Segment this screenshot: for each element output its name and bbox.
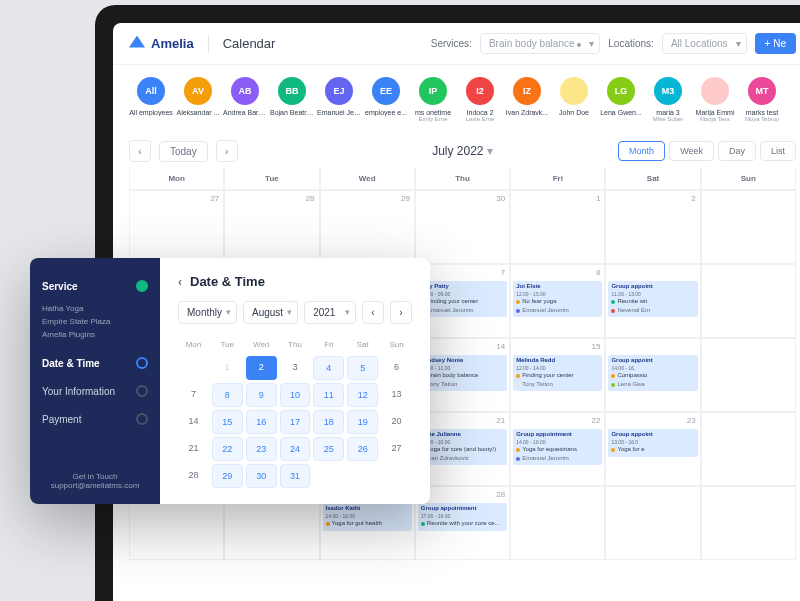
calendar-event[interactable]: Isador Kathi14.00 - 16.00Yoga for gut he… — [323, 503, 412, 531]
calendar-event[interactable]: Joi Elsie12.00 - 15.00No fear yogaEmanue… — [513, 281, 602, 317]
mini-day[interactable]: 20 — [381, 410, 412, 434]
calendar-event[interactable]: Group appoint11.00 - 13.00Reunite witNev… — [608, 281, 697, 317]
view-tab-month[interactable]: Month — [618, 141, 665, 161]
calendar-event[interactable]: Melinda Redd12.00 - 14.00Finding your ce… — [513, 355, 602, 391]
view-tab-day[interactable]: Day — [718, 141, 756, 161]
calendar-cell[interactable]: 29 — [320, 190, 415, 264]
next-button[interactable]: › — [216, 140, 238, 162]
calendar-event[interactable]: Lane Julianne08.00 - 10.00Yoga for core … — [418, 429, 507, 465]
mini-day[interactable]: 24 — [280, 437, 311, 461]
calendar-event[interactable]: Group appoint13.00 - 16.0Yoga for e — [608, 429, 697, 457]
mini-day[interactable]: 22 — [212, 437, 243, 461]
mini-day[interactable]: 1 — [212, 356, 243, 380]
locations-select[interactable]: All Locations — [662, 33, 747, 54]
step-date-&-time[interactable]: Date & Time — [42, 349, 148, 377]
calendar-cell[interactable] — [510, 486, 605, 560]
mini-day[interactable]: 27 — [381, 437, 412, 461]
frequency-select[interactable]: Monthly — [178, 301, 237, 324]
calendar-cell[interactable] — [701, 412, 796, 486]
view-tab-week[interactable]: Week — [669, 141, 714, 161]
services-select[interactable]: Brain body balance — [480, 33, 600, 54]
employee-6[interactable]: IPms onetimeEmily Erne — [411, 77, 455, 122]
mini-prev-button[interactable]: ‹ — [362, 301, 384, 324]
calendar-cell[interactable]: 28 — [224, 190, 319, 264]
calendar-cell[interactable] — [605, 486, 700, 560]
employee-0[interactable]: AllAll employees — [129, 77, 173, 122]
new-button[interactable]: + Ne — [755, 33, 796, 54]
back-arrow-icon[interactable]: ‹ — [178, 275, 182, 289]
mini-day[interactable]: 30 — [246, 464, 277, 488]
mini-day[interactable]: 19 — [347, 410, 378, 434]
mini-day[interactable]: 12 — [347, 383, 378, 407]
employee-13[interactable]: MTmarks testMoya Tebroy — [740, 77, 784, 122]
mini-day[interactable]: 31 — [280, 464, 311, 488]
employee-name: All employees — [129, 109, 173, 116]
mini-day[interactable]: 18 — [313, 410, 344, 434]
employee-8[interactable]: IZIvan Zdravk... — [505, 77, 549, 122]
mini-day[interactable]: 28 — [178, 464, 209, 488]
mini-day[interactable]: 3 — [280, 356, 311, 380]
calendar-cell[interactable]: 1 — [510, 190, 605, 264]
calendar-event[interactable]: Lyndsey Nonie09.00 - 11.00Brain body bal… — [418, 355, 507, 391]
mini-day[interactable]: 15 — [212, 410, 243, 434]
calendar-cell[interactable]: 23Group appoint13.00 - 16.0Yoga for e — [605, 412, 700, 486]
employee-9[interactable]: John Doe — [552, 77, 596, 122]
prev-button[interactable]: ‹ — [129, 140, 151, 162]
mini-day[interactable]: 8 — [212, 383, 243, 407]
calendar-cell[interactable]: 2 — [605, 190, 700, 264]
mini-next-button[interactable]: › — [390, 301, 412, 324]
employee-4[interactable]: EJEmanuel Jer... — [317, 77, 361, 122]
calendar-cell[interactable]: Group appoint11.00 - 13.00Reunite witNev… — [605, 264, 700, 338]
mini-day[interactable]: 21 — [178, 437, 209, 461]
brand-logo[interactable]: Amelia — [129, 36, 194, 52]
step-payment[interactable]: Payment — [42, 405, 148, 433]
mini-day[interactable]: 16 — [246, 410, 277, 434]
mini-day[interactable]: 9 — [246, 383, 277, 407]
employee-1[interactable]: AVAleksandar ... — [176, 77, 220, 122]
employee-10[interactable]: LGLena Gwen... — [599, 77, 643, 122]
calendar-cell[interactable] — [701, 338, 796, 412]
year-select[interactable]: 2021 — [304, 301, 356, 324]
mini-day[interactable]: 11 — [313, 383, 344, 407]
month-select[interactable]: August — [243, 301, 298, 324]
calendar-title[interactable]: July 2022 ▾ — [432, 144, 493, 158]
calendar-cell[interactable] — [701, 190, 796, 264]
mini-day[interactable]: 7 — [178, 383, 209, 407]
employee-5[interactable]: EEemployee e... — [364, 77, 408, 122]
mini-day[interactable]: 14 — [178, 410, 209, 434]
employee-12[interactable]: Marija EmmiMarija Tess — [693, 77, 737, 122]
employee-2[interactable]: ABAndrea Barber — [223, 77, 267, 122]
step-your-information[interactable]: Your Information — [42, 377, 148, 405]
today-button[interactable]: Today — [159, 141, 208, 162]
calendar-cell[interactable]: 8Joi Elsie12.00 - 15.00No fear yogaEmanu… — [510, 264, 605, 338]
calendar-cell[interactable]: 15Melinda Redd12.00 - 14.00Finding your … — [510, 338, 605, 412]
weekday-head: Tue — [224, 168, 319, 190]
calendar-cell[interactable]: 22Group appointment14.00 - 16.00Yoga for… — [510, 412, 605, 486]
mini-day[interactable]: 5 — [347, 356, 378, 380]
step-service[interactable]: Service — [42, 272, 148, 300]
calendar-event[interactable]: Group appointment14.00 - 16.00Yoga for e… — [513, 429, 602, 465]
employee-3[interactable]: BBBojan Beatrice — [270, 77, 314, 122]
calendar-event[interactable]: Group appoint14.00 - 16.CompassioLena Gw… — [608, 355, 697, 391]
mini-day[interactable]: 13 — [381, 383, 412, 407]
calendar-cell[interactable]: 30 — [415, 190, 510, 264]
employee-7[interactable]: I2Indoca 2Lexie Erne — [458, 77, 502, 122]
calendar-cell[interactable]: Group appoint14.00 - 16.CompassioLena Gw… — [605, 338, 700, 412]
view-tab-list[interactable]: List — [760, 141, 796, 161]
mini-day[interactable]: 17 — [280, 410, 311, 434]
mini-day[interactable]: 2 — [246, 356, 277, 380]
calendar-cell[interactable] — [701, 486, 796, 560]
employee-11[interactable]: M3maria 3Mike Sober — [646, 77, 690, 122]
mini-day[interactable]: 29 — [212, 464, 243, 488]
mini-day[interactable]: 10 — [280, 383, 311, 407]
laptop-notch — [423, 5, 503, 19]
mini-day[interactable]: 6 — [381, 356, 412, 380]
calendar-cell[interactable] — [701, 264, 796, 338]
calendar-event[interactable]: Issy Patty07.00 - 09.00Finding your cent… — [418, 281, 507, 317]
mini-day[interactable]: 23 — [246, 437, 277, 461]
calendar-event[interactable]: Group appointment17.00 - 19.00Reunite wi… — [418, 503, 507, 531]
mini-day[interactable]: 4 — [313, 356, 344, 380]
mini-day[interactable]: 26 — [347, 437, 378, 461]
mini-day[interactable]: 25 — [313, 437, 344, 461]
calendar-cell[interactable]: 27 — [129, 190, 224, 264]
